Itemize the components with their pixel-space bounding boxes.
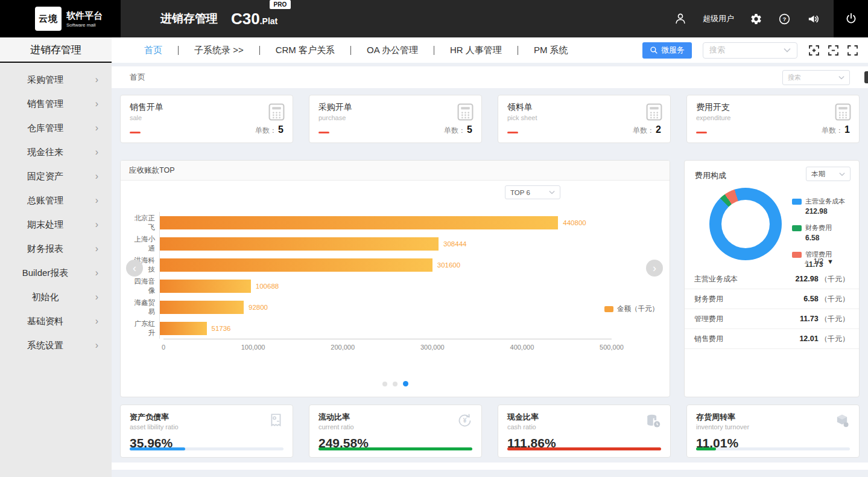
- tab-2[interactable]: CRM 客户关系: [276, 45, 335, 56]
- fullscreen-bracket-icon[interactable]: [847, 45, 858, 56]
- sidebar-item-3[interactable]: 现金往来›: [0, 140, 112, 164]
- red-dash: [696, 132, 707, 133]
- sidebar-item-4[interactable]: 固定资产›: [0, 164, 112, 188]
- bar-row: 四海音像100688: [128, 275, 612, 296]
- expense-rows: 主营业务成本212.98 （千元）财务费用6.58 （千元）管理费用11.73 …: [685, 269, 859, 349]
- sidebar-item-7[interactable]: 财务报表›: [0, 237, 112, 261]
- bar[interactable]: [160, 216, 558, 229]
- announcement-speaker-icon[interactable]: [806, 12, 820, 26]
- bar-category-label: 北京正飞: [128, 214, 159, 232]
- tab-5[interactable]: PM 系统: [534, 45, 568, 56]
- bar-category-label: 广东红升: [128, 319, 159, 338]
- bar-value-label: 51736: [212, 325, 231, 332]
- stat-card-0[interactable]: 销售开单sale单数：5: [120, 95, 293, 143]
- sidebar-item-5[interactable]: 总账管理›: [0, 188, 112, 213]
- sidebar-item-label: 期末处理: [0, 219, 90, 231]
- legend-color-chip: [604, 306, 613, 312]
- stat-card-3[interactable]: 费用开支expenditure单数：1: [686, 95, 860, 143]
- bar[interactable]: [160, 237, 439, 251]
- tab-4[interactable]: HR 人事管理: [450, 45, 502, 56]
- carousel-dot-0[interactable]: [382, 382, 387, 386]
- sidebar-item-10[interactable]: 基础资料›: [0, 309, 112, 333]
- ratio-card-2[interactable]: 现金比率cash ratio111.86%: [498, 405, 671, 458]
- progress-fill: [507, 447, 661, 450]
- legend-color-chip: [792, 225, 802, 231]
- logout-power-icon[interactable]: [834, 0, 868, 37]
- username[interactable]: 超级用户: [703, 13, 734, 24]
- stat-card-1[interactable]: 采购开单purchase单数：5: [309, 95, 482, 143]
- ratio-card-3[interactable]: 存货周转率inventory turnover11.01%: [686, 405, 860, 458]
- top-n-value: TOP 6: [510, 189, 530, 196]
- bar-value-label: 440800: [563, 219, 586, 226]
- carousel-prev-button[interactable]: ‹: [126, 260, 143, 277]
- x-tick-label: 100,000: [241, 344, 265, 351]
- breadcrumb-search-select[interactable]: 搜索: [782, 70, 850, 85]
- pager-down-icon[interactable]: ▼: [827, 258, 834, 265]
- x-tick-label: 200,000: [331, 344, 355, 351]
- sidebar-item-9[interactable]: 初始化›: [0, 285, 112, 309]
- sidebar-item-2[interactable]: 仓库管理›: [0, 116, 112, 140]
- pager-up-icon[interactable]: ▲: [803, 258, 810, 265]
- sidebar-item-label: 仓库管理: [0, 123, 90, 134]
- help-icon[interactable]: ?: [778, 13, 791, 25]
- nav-search-select[interactable]: 搜索: [703, 42, 797, 59]
- clipped-edge-icon: [864, 71, 868, 83]
- progress-fill: [696, 447, 716, 450]
- tab-separator: [434, 46, 434, 55]
- stat-card-2[interactable]: 领料单pick sheet单数：2: [498, 95, 671, 143]
- bar-row: 北京正飞440800: [128, 212, 612, 233]
- legend-label: 金额（千元）: [617, 304, 659, 313]
- nav-bar: 进销存管理 首页子系统录 >>CRM 客户关系OA 办公管理HR 人事管理PM …: [0, 37, 868, 63]
- progress-track: [696, 447, 850, 450]
- sidebar-item-label: Builder报表: [0, 267, 90, 279]
- chevron-right-icon: ›: [95, 75, 98, 85]
- ratio-card-0[interactable]: 资产负债率asset libility ratio35.96%: [120, 405, 293, 458]
- product-name: C30 .Plat PRO: [231, 10, 277, 28]
- bar-row: 洪海科技301600: [128, 254, 612, 275]
- sidebar-item-8[interactable]: Builder报表›: [0, 261, 112, 285]
- bar[interactable]: [160, 322, 207, 335]
- bar[interactable]: [160, 301, 244, 314]
- legend-color-chip: [792, 199, 802, 205]
- sidebar-item-6[interactable]: 期末处理›: [0, 213, 112, 237]
- chevron-down-icon: [784, 48, 791, 53]
- zoom-out-bracket-icon[interactable]: [828, 45, 839, 56]
- bar-category-label: 四海音像: [128, 277, 159, 295]
- breadcrumb-title[interactable]: 首页: [130, 72, 145, 83]
- main-content: 首页 搜索 销售开单sale单数：5采购开单purchase单数：5领料单pic…: [112, 63, 868, 477]
- ratio-card-1[interactable]: 流动比率current ratio¥249.58%: [309, 405, 482, 458]
- zoom-in-bracket-icon[interactable]: [808, 45, 820, 56]
- sidebar-title[interactable]: 进销存管理: [0, 37, 112, 63]
- sidebar-item-11[interactable]: 系统设置›: [0, 333, 112, 357]
- expense-row: 主营业务成本212.98 （千元）: [685, 269, 859, 289]
- expense-legend-item[interactable]: 主营业务成本212.98: [792, 197, 845, 216]
- x-tick-label: 300,000: [420, 344, 445, 351]
- expense-row-label: 销售费用: [694, 334, 723, 344]
- bar-category-label: 海鑫贸易: [128, 298, 159, 316]
- carousel-dot-1[interactable]: [393, 382, 398, 386]
- tab-0[interactable]: 首页: [144, 45, 162, 56]
- chevron-down-icon: [549, 190, 555, 194]
- sidebar-item-label: 基础资料: [0, 316, 90, 327]
- carousel-dot-2[interactable]: [403, 381, 408, 386]
- sidebar-item-1[interactable]: 销售管理›: [0, 92, 112, 116]
- bar[interactable]: [160, 258, 432, 272]
- sidebar-item-0[interactable]: 采购管理›: [0, 68, 112, 92]
- tab-3[interactable]: OA 办公管理: [367, 45, 418, 56]
- expense-row: 管理费用11.73 （千元）: [685, 309, 859, 329]
- bar[interactable]: [160, 280, 251, 293]
- period-select[interactable]: 本期: [806, 167, 851, 181]
- tab-separator: [518, 46, 518, 55]
- sidebar-item-label: 固定资产: [0, 171, 90, 182]
- settings-gear-icon[interactable]: [750, 13, 762, 25]
- carousel-next-button[interactable]: ›: [646, 260, 663, 277]
- top-n-select[interactable]: TOP 6: [505, 185, 560, 199]
- chevron-right-icon: ›: [95, 220, 98, 229]
- user-icon[interactable]: [674, 12, 687, 25]
- logo: 云境 软件平台 Software mall: [0, 0, 121, 37]
- microservice-button[interactable]: 微服务: [642, 42, 692, 59]
- expense-legend-item[interactable]: 财务费用6.58: [792, 223, 845, 242]
- bar-chart: 北京正飞440800上海小通308444洪海科技301600四海音像100688…: [128, 212, 612, 339]
- tab-1[interactable]: 子系统录 >>: [194, 45, 244, 56]
- red-dash: [130, 132, 141, 133]
